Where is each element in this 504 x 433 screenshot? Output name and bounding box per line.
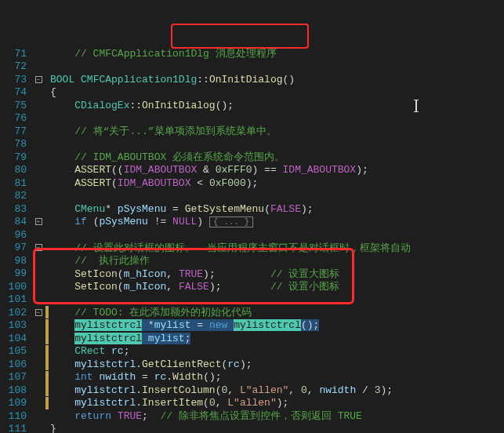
- code-content[interactable]: ASSERT(IDM_ABOUTBOX < 0xF000);: [50, 177, 504, 189]
- code-content[interactable]: CRect rc;: [50, 345, 504, 357]
- line-number: 82: [0, 190, 31, 202]
- fold-collapse-icon[interactable]: −: [35, 309, 42, 316]
- line-number: 75: [0, 100, 31, 111]
- code-content[interactable]: // 设置此对话框的图标。 当应用程序主窗口不是对话框时，框架将自动: [50, 241, 504, 255]
- code-line[interactable]: 100 SetIcon(m_hIcon, FALSE); // 设置小图标: [0, 280, 504, 293]
- change-marker-icon: [45, 319, 49, 332]
- code-content[interactable]: // CMFCApplication1Dlg 消息处理程序: [50, 46, 504, 60]
- code-line[interactable]: 98 // 执行此操作: [0, 254, 504, 267]
- code-content[interactable]: return TRUE; // 除非将焦点设置到控件，否则返回 TRUE: [50, 409, 504, 423]
- change-marker-icon: [45, 358, 49, 370]
- code-line[interactable]: 84+ if (pSysMenu != NULL) { ... }: [0, 216, 504, 229]
- code-content[interactable]: mylistctrl.InsertColumn(0, L"allen", 0, …: [50, 384, 504, 396]
- fold-collapse-icon[interactable]: −: [35, 76, 42, 83]
- line-number: 101: [0, 293, 31, 305]
- code-line[interactable]: 107 int nwidth = rc.Width();: [0, 371, 504, 384]
- line-number: 111: [0, 423, 31, 433]
- code-content[interactable]: BOOL CMFCApplication1Dlg::OnInitDialog(): [50, 74, 504, 86]
- fold-gutter: +: [31, 218, 45, 225]
- code-line[interactable]: 74{: [0, 86, 504, 100]
- code-line[interactable]: 81 ASSERT(IDM_ABOUTBOX < 0xF000);: [0, 176, 504, 190]
- code-line[interactable]: 83 CMenu* pSysMenu = GetSystemMenu(FALSE…: [0, 202, 504, 216]
- code-line[interactable]: 77 // 将“关于...”菜单项添加到系统菜单中。: [0, 125, 504, 138]
- code-content[interactable]: {: [50, 86, 504, 98]
- code-content[interactable]: // IDM_ABOUTBOX 必须在系统命令范围内。: [50, 150, 504, 164]
- code-content[interactable]: }: [50, 423, 504, 433]
- line-number: 102: [0, 307, 31, 318]
- line-number: 100: [0, 281, 31, 293]
- code-line[interactable]: 96: [0, 228, 504, 242]
- code-line[interactable]: 71 // CMFCApplication1Dlg 消息处理程序: [0, 47, 504, 60]
- code-line[interactable]: 102− // TODO: 在此添加额外的初始化代码: [0, 306, 504, 319]
- line-number: 103: [0, 319, 31, 331]
- line-number: 81: [0, 177, 31, 189]
- line-number: 78: [0, 138, 31, 150]
- code-line[interactable]: 104 mylistctrcl mylist;: [0, 332, 504, 345]
- code-line[interactable]: 105 CRect rc;: [0, 345, 504, 358]
- change-marker-icon: [45, 332, 49, 344]
- line-number: 98: [0, 255, 31, 267]
- line-number: 97: [0, 242, 31, 253]
- code-line[interactable]: 72: [0, 60, 504, 74]
- code-line[interactable]: 80 ASSERT((IDM_ABOUTBOX & 0xFFF0) == IDM…: [0, 164, 504, 177]
- line-number: 74: [0, 86, 31, 98]
- line-number: 80: [0, 164, 31, 176]
- fold-gutter: −: [31, 309, 45, 316]
- code-content[interactable]: // 将“关于...”菜单项添加到系统菜单中。: [50, 124, 504, 138]
- line-number: 108: [0, 384, 31, 396]
- line-number: 99: [0, 267, 31, 279]
- code-line[interactable]: 97− // 设置此对话框的图标。 当应用程序主窗口不是对话框时，框架将自动: [0, 242, 504, 255]
- code-content[interactable]: SetIcon(m_hIcon, TRUE); // 设置大图标: [50, 267, 504, 281]
- code-content[interactable]: mylistctrl.GetClientRect(rc);: [50, 358, 504, 370]
- code-content[interactable]: // TODO: 在此添加额外的初始化代码: [50, 305, 504, 319]
- code-line[interactable]: 78: [0, 138, 504, 151]
- line-number: 84: [0, 216, 31, 227]
- code-line[interactable]: 108 mylistctrl.InsertColumn(0, L"allen",…: [0, 384, 504, 397]
- line-number: 73: [0, 74, 31, 86]
- line-number: 83: [0, 203, 31, 215]
- code-line[interactable]: 101: [0, 293, 504, 307]
- code-editor[interactable]: 71 // CMFCApplication1Dlg 消息处理程序7273−BOO…: [0, 47, 504, 433]
- line-number: 79: [0, 151, 31, 163]
- line-number: 107: [0, 371, 31, 383]
- code-line[interactable]: 82: [0, 190, 504, 203]
- change-marker-icon: [45, 345, 49, 358]
- fold-expand-icon[interactable]: +: [35, 218, 42, 225]
- fold-gutter: −: [31, 76, 45, 83]
- code-line[interactable]: 79 // IDM_ABOUTBOX 必须在系统命令范围内。: [0, 151, 504, 164]
- code-line[interactable]: 106 mylistctrl.GetClientRect(rc);: [0, 358, 504, 371]
- code-content[interactable]: if (pSysMenu != NULL) { ... }: [50, 216, 504, 227]
- line-number: 76: [0, 112, 31, 124]
- code-line[interactable]: 103 mylistctrcl *mylist = new mylistctrc…: [0, 319, 504, 333]
- code-line[interactable]: 110 return TRUE; // 除非将焦点设置到控件，否则返回 TRUE: [0, 409, 504, 423]
- code-line[interactable]: 76: [0, 112, 504, 126]
- code-content[interactable]: SetIcon(m_hIcon, FALSE); // 设置小图标: [50, 279, 504, 293]
- code-content[interactable]: mylistctrcl *mylist = new mylistctrcl();: [50, 319, 504, 331]
- code-content[interactable]: int nwidth = rc.Width();: [50, 371, 504, 383]
- code-content[interactable]: mylistctrcl mylist;: [50, 333, 504, 344]
- change-marker-icon: [45, 384, 49, 396]
- code-line[interactable]: 109 mylistctrl.InsertItem(0, L"allen");: [0, 397, 504, 410]
- change-marker-icon: [45, 397, 49, 409]
- code-content[interactable]: ASSERT((IDM_ABOUTBOX & 0xFFF0) == IDM_AB…: [50, 164, 504, 176]
- line-number: 110: [0, 410, 31, 422]
- code-line[interactable]: 111}: [0, 423, 504, 434]
- line-number: 72: [0, 60, 31, 72]
- code-content[interactable]: // 执行此操作: [50, 253, 504, 267]
- annotation-box-1: [171, 24, 309, 49]
- code-content[interactable]: mylistctrl.InsertItem(0, L"allen");: [50, 397, 504, 409]
- line-number: 96: [0, 229, 31, 241]
- code-line[interactable]: 99 SetIcon(m_hIcon, TRUE); // 设置大图标: [0, 267, 504, 281]
- line-number: 71: [0, 48, 31, 60]
- line-number: 106: [0, 358, 31, 370]
- change-marker-icon: [45, 306, 49, 318]
- line-number: 77: [0, 126, 31, 137]
- fold-collapse-icon[interactable]: −: [35, 244, 42, 251]
- change-marker-icon: [45, 371, 49, 384]
- line-number: 109: [0, 397, 31, 409]
- code-content[interactable]: CDialogEx::OnInitDialog();: [50, 100, 504, 111]
- code-line[interactable]: 73−BOOL CMFCApplication1Dlg::OnInitDialo…: [0, 73, 504, 86]
- code-line[interactable]: 75 CDialogEx::OnInitDialog();: [0, 99, 504, 112]
- line-number: 104: [0, 333, 31, 344]
- code-content[interactable]: CMenu* pSysMenu = GetSystemMenu(FALSE);: [50, 203, 504, 215]
